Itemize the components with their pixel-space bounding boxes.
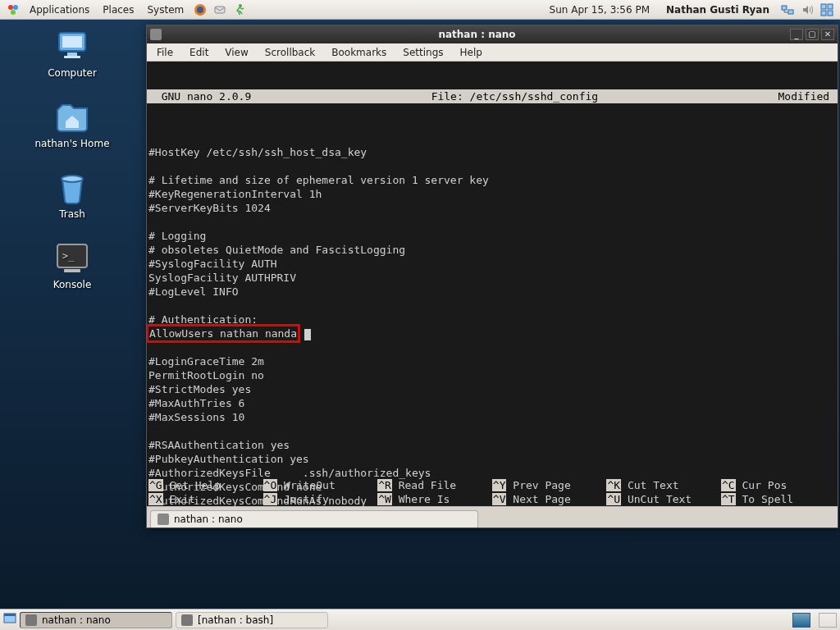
- svg-point-6: [239, 4, 242, 7]
- user-menu[interactable]: Nathan Gusti Ryan: [658, 4, 778, 16]
- task-button[interactable]: [nathan : bash]: [176, 612, 328, 628]
- window-app-icon: [150, 29, 162, 40]
- svg-text:>_: >_: [62, 250, 75, 262]
- svg-rect-7: [782, 6, 787, 10]
- task-icon: [181, 614, 193, 626]
- nano-buffer: #HostKey /etc/ssh/ssh_host_dsa_key # Lif…: [147, 131, 838, 506]
- svg-point-17: [62, 176, 83, 182]
- svg-rect-16: [64, 56, 80, 58]
- svg-rect-15: [67, 52, 77, 56]
- task-icon: [25, 614, 37, 626]
- menu-view[interactable]: View: [217, 47, 256, 58]
- menu-bookmarks[interactable]: Bookmarks: [323, 47, 395, 58]
- folder-home-icon: [52, 97, 92, 136]
- distro-menu-icon[interactable]: [5, 2, 21, 18]
- desktop-icon-label: nathan's Home: [7, 138, 138, 149]
- svg-point-4: [197, 7, 203, 13]
- svg-rect-12: [828, 11, 833, 16]
- svg-rect-11: [821, 11, 826, 16]
- menubar: File Edit View Scrollback Bookmarks Sett…: [147, 43, 838, 62]
- menu-help[interactable]: Help: [452, 47, 491, 58]
- desktop-icons: Computer nathan's Home Trash >_ Konsole: [7, 26, 138, 308]
- desktop-icon-home[interactable]: nathan's Home: [7, 97, 138, 149]
- terminal-icon: >_: [52, 238, 92, 277]
- desktop-icon-konsole[interactable]: >_ Konsole: [7, 238, 138, 290]
- windows-icon[interactable]: [819, 2, 835, 18]
- terminal-area[interactable]: GNU nano 2.0.9 File: /etc/ssh/sshd_confi…: [147, 62, 838, 506]
- desktop-icon-label: Trash: [7, 208, 138, 220]
- svg-rect-10: [828, 4, 833, 9]
- mail-icon[interactable]: [212, 2, 228, 18]
- svg-rect-9: [821, 4, 826, 9]
- computer-icon: [52, 26, 92, 66]
- show-desktop-icon[interactable]: [3, 612, 16, 628]
- bottom-panel: nathan : nano[nathan : bash]: [0, 609, 840, 630]
- running-man-icon[interactable]: [231, 2, 248, 18]
- nano-header: GNU nano 2.0.9 File: /etc/ssh/sshd_confi…: [147, 89, 838, 103]
- firefox-icon[interactable]: [192, 2, 208, 18]
- places-menu[interactable]: Places: [96, 4, 140, 16]
- system-menu[interactable]: System: [140, 4, 190, 16]
- svg-rect-5: [215, 7, 225, 13]
- desktop-icon-trash[interactable]: Trash: [7, 167, 138, 220]
- svg-rect-20: [64, 269, 80, 272]
- maximize-button[interactable]: ▢: [806, 29, 819, 40]
- menu-settings[interactable]: Settings: [395, 47, 451, 58]
- volume-icon[interactable]: [799, 2, 815, 18]
- desktop-icon-computer[interactable]: Computer: [7, 26, 138, 79]
- trash-icon: [52, 167, 92, 207]
- nano-filename: File: /etc/ssh/sshd_config: [251, 89, 778, 103]
- menu-edit[interactable]: Edit: [181, 47, 217, 58]
- titlebar[interactable]: nathan : nano _ ▢ ✕: [147, 25, 838, 43]
- workspace-switcher[interactable]: [792, 613, 810, 628]
- svg-rect-22: [4, 614, 16, 616]
- svg-point-2: [11, 10, 16, 15]
- svg-rect-8: [788, 10, 793, 14]
- minimize-button[interactable]: _: [790, 29, 803, 40]
- svg-rect-14: [62, 36, 82, 48]
- task-label: nathan : nano: [42, 614, 111, 626]
- terminal-tab[interactable]: nathan : nano: [150, 510, 478, 527]
- network-icon[interactable]: [779, 2, 796, 18]
- menu-file[interactable]: File: [148, 47, 181, 58]
- applications-menu[interactable]: Applications: [23, 4, 96, 16]
- terminal-tabbar: nathan : nano: [147, 506, 838, 527]
- nano-modified-status: Modified: [778, 89, 836, 103]
- nano-shortcuts: ^G Get Help^O WriteOut^R Read File^Y Pre…: [147, 478, 838, 506]
- menu-scrollback[interactable]: Scrollback: [257, 47, 323, 58]
- nano-version: GNU nano 2.0.9: [148, 89, 251, 103]
- desktop-icon-label: Konsole: [7, 279, 138, 290]
- terminal-tab-icon: [158, 514, 169, 525]
- terminal-tab-label: nathan : nano: [174, 514, 243, 525]
- window-title: nathan : nano: [167, 29, 788, 40]
- terminal-window: nathan : nano _ ▢ ✕ File Edit View Scrol…: [146, 25, 838, 528]
- svg-point-1: [13, 5, 18, 10]
- close-button[interactable]: ✕: [821, 29, 834, 40]
- tray-slot[interactable]: [819, 613, 837, 628]
- top-panel: Applications Places System Sun Apr 15, 3…: [0, 0, 840, 20]
- desktop-icon-label: Computer: [7, 67, 138, 79]
- task-button[interactable]: nathan : nano: [20, 612, 172, 628]
- task-label: [nathan : bash]: [198, 614, 273, 626]
- svg-point-0: [8, 5, 13, 10]
- clock[interactable]: Sun Apr 15, 3:56 PM: [541, 4, 658, 16]
